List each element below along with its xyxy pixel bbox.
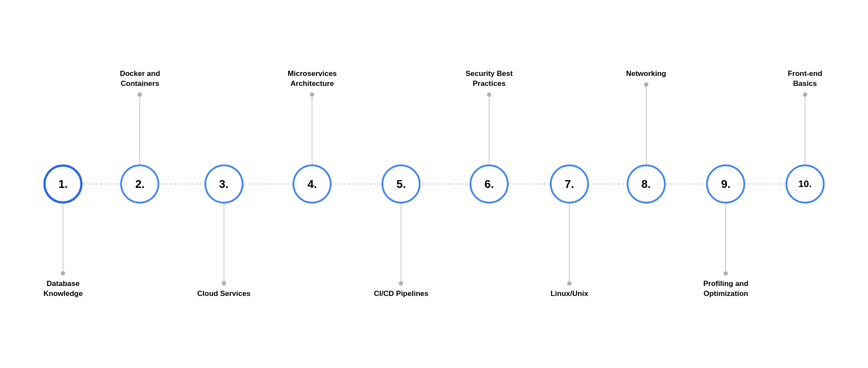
circle-4[interactable]: 4.: [293, 164, 332, 204]
node-col-6: Security BestPractices6.: [466, 69, 513, 299]
label-bottom-1: DatabaseKnowledge: [43, 279, 83, 299]
connector-bottom-1: [62, 204, 63, 271]
dot-bottom-7: [567, 281, 572, 286]
circle-9[interactable]: 9.: [706, 164, 745, 204]
dot-top-2: [138, 92, 142, 97]
connector-top-4: [312, 97, 312, 164]
connector-bottom-5: [401, 204, 401, 281]
circle-2[interactable]: 2.: [120, 164, 159, 204]
node-col-2: Docker andContainers2.: [120, 69, 160, 299]
timeline-container: 1.DatabaseKnowledgeDocker andContainers2…: [30, 36, 838, 332]
node-col-3: 3.Cloud Services: [197, 69, 250, 299]
node-col-1: 1.DatabaseKnowledge: [43, 69, 83, 299]
dot-bottom-1: [61, 271, 65, 276]
label-bottom-5: CI/CD Pipelines: [374, 289, 429, 299]
node-col-8: Networking8.: [626, 69, 666, 299]
circle-5[interactable]: 5.: [381, 164, 421, 204]
label-bottom-9: Profiling andOptimization: [704, 279, 749, 299]
dot-top-10: [803, 92, 807, 97]
connector-bottom-7: [569, 204, 570, 281]
connector-top-6: [489, 97, 490, 164]
nodes-row: 1.DatabaseKnowledgeDocker andContainers2…: [30, 69, 838, 299]
label-bottom-3: Cloud Services: [197, 289, 250, 299]
dot-bottom-9: [723, 271, 728, 276]
connector-top-10: [805, 97, 806, 164]
label-top-10: Front-endBasics: [788, 69, 822, 89]
label-top-8: Networking: [626, 69, 666, 79]
dot-top-4: [310, 92, 314, 97]
label-top-2: Docker andContainers: [120, 69, 160, 89]
label-bottom-7: Linux/Unix: [550, 289, 588, 299]
label-top-4: MicroservicesArchitecture: [288, 69, 337, 89]
dot-top-8: [644, 82, 648, 87]
circle-3[interactable]: 3.: [204, 164, 243, 204]
circle-8[interactable]: 8.: [627, 164, 666, 204]
dot-bottom-3: [222, 281, 226, 286]
node-col-4: MicroservicesArchitecture4.: [288, 69, 337, 299]
connector-bottom-9: [725, 204, 726, 271]
connector-bottom-3: [224, 204, 224, 281]
connector-top-2: [139, 97, 140, 164]
dot-bottom-5: [399, 281, 403, 286]
label-top-6: Security BestPractices: [466, 69, 513, 89]
node-col-10: Front-endBasics10.: [786, 69, 825, 299]
node-col-5: 5.CI/CD Pipelines: [374, 69, 429, 299]
node-col-7: 7.Linux/Unix: [550, 69, 589, 299]
dot-top-6: [487, 92, 491, 97]
circle-6[interactable]: 6.: [470, 164, 509, 204]
connector-top-8: [646, 87, 647, 164]
circle-7[interactable]: 7.: [550, 164, 589, 204]
node-col-9: 9.Profiling andOptimization: [704, 69, 749, 299]
circle-10[interactable]: 10.: [786, 164, 825, 204]
circle-1[interactable]: 1.: [43, 164, 82, 204]
